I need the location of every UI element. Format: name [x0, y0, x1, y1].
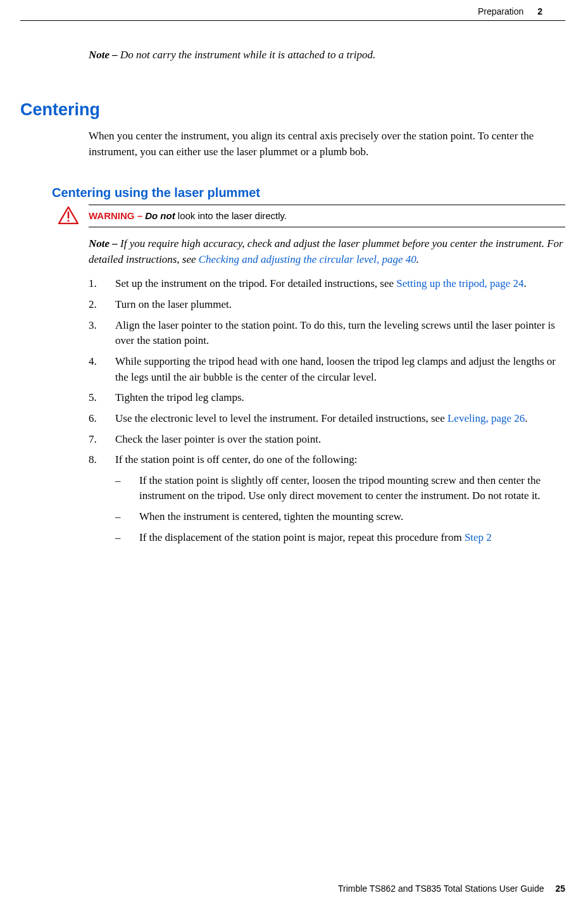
section-title: Preparation — [478, 6, 523, 16]
step-number: 7. — [89, 432, 97, 448]
page-content: Note – Do not carry the instrument while… — [0, 47, 588, 545]
warning-rest: look into the laser directly. — [175, 210, 287, 221]
warning-block: WARNING – Do not look into the laser dir… — [89, 205, 565, 227]
note-label: Note – — [89, 49, 118, 61]
warning-label: WARNING – — [89, 210, 142, 221]
sub-item-2: – When the instrument is centered, tight… — [115, 509, 565, 525]
step-text: If the station point is off center, do o… — [115, 453, 357, 465]
section-number: 2 — [537, 6, 542, 16]
step-1: 1. Set up the instrument on the tripod. … — [89, 276, 565, 292]
step-text-post: . — [523, 277, 526, 289]
step-text: Align the laser pointer to the station p… — [115, 319, 555, 347]
step-text-pre: Use the electronic level to level the in… — [115, 412, 447, 424]
step-text: Turn on the laser plummet. — [115, 298, 232, 310]
heading-laser-plummet: Centering using the laser plummet — [52, 184, 565, 202]
link-leveling[interactable]: Leveling, page 26 — [447, 412, 525, 424]
step-number: 4. — [89, 354, 97, 370]
step-7: 7. Check the laser pointer is over the s… — [89, 432, 565, 448]
warning-triangle-icon — [58, 206, 78, 224]
step-8: 8. If the station point is off center, d… — [89, 452, 565, 545]
step-5: 5. Tighten the tripod leg clamps. — [89, 390, 565, 406]
sub-item-1: – If the station point is slightly off c… — [115, 473, 565, 504]
page-number: 25 — [555, 883, 565, 894]
note-label-2: Note – — [89, 237, 118, 250]
heading-centering: Centering — [20, 98, 565, 122]
sub-list: – If the station point is slightly off c… — [115, 473, 565, 546]
steps-list: 1. Set up the instrument on the tripod. … — [89, 276, 565, 545]
step-2: 2. Turn on the laser plummet. — [89, 297, 565, 313]
step-text: Check the laser pointer is over the stat… — [115, 433, 321, 445]
sub-text: When the instrument is centered, tighten… — [139, 510, 403, 522]
step-number: 5. — [89, 390, 97, 406]
step-4: 4. While supporting the tripod head with… — [89, 354, 565, 385]
link-step-2[interactable]: Step 2 — [465, 531, 492, 543]
step-number: 2. — [89, 297, 97, 313]
step-number: 6. — [89, 411, 97, 427]
step-number: 1. — [89, 276, 97, 292]
step-text: While supporting the tripod head with on… — [115, 355, 556, 383]
page-header: Preparation 2 — [20, 0, 565, 21]
step-number: 3. — [89, 318, 97, 334]
step-number: 8. — [89, 452, 97, 468]
footer-title: Trimble TS862 and TS835 Total Stations U… — [338, 883, 544, 894]
dash-bullet: – — [115, 473, 121, 489]
dash-bullet: – — [115, 530, 121, 546]
svg-point-2 — [67, 220, 69, 222]
link-circular-level[interactable]: Checking and adjusting the circular leve… — [199, 253, 416, 265]
step-text-post: . — [525, 412, 527, 424]
sub-item-3: – If the displacement of the station poi… — [115, 530, 565, 546]
note-top: Note – Do not carry the instrument while… — [89, 47, 565, 63]
intro-paragraph: When you center the instrument, you alig… — [89, 129, 564, 160]
step-text: Tighten the tripod leg clamps. — [115, 391, 244, 403]
page-footer: Trimble TS862 and TS835 Total Stations U… — [338, 882, 565, 895]
step-3: 3. Align the laser pointer to the statio… — [89, 318, 565, 349]
note-accuracy: Note – If you require high accuracy, che… — [89, 236, 565, 267]
sub-text-pre: If the displacement of the station point… — [139, 531, 465, 543]
link-setting-up-tripod[interactable]: Setting up the tripod, page 24 — [396, 277, 523, 289]
step-text-pre: Set up the instrument on the tripod. For… — [115, 277, 396, 289]
note2-post: . — [416, 253, 419, 265]
dash-bullet: – — [115, 509, 121, 525]
sub-text: If the station point is slightly off cen… — [139, 474, 541, 502]
step-6: 6. Use the electronic level to level the… — [89, 411, 565, 427]
warning-bold: Do not — [145, 210, 175, 221]
note-text: Do not carry the instrument while it is … — [120, 49, 375, 61]
